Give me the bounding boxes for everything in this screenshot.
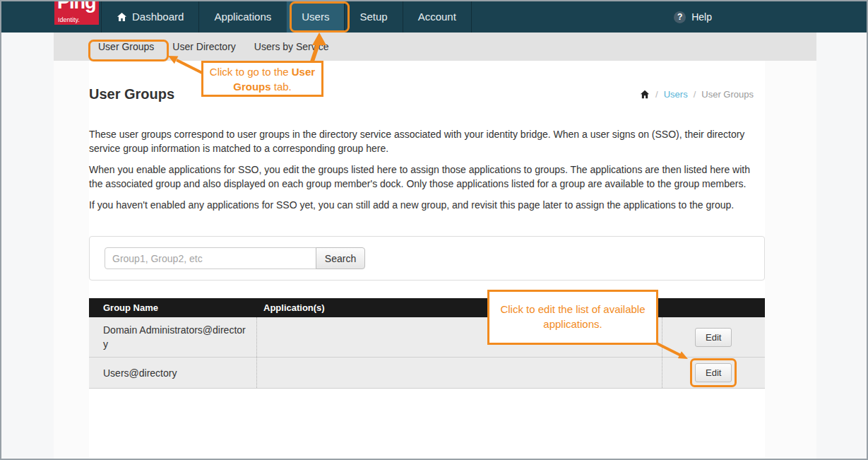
home-icon — [117, 12, 127, 22]
nav-item-label: Users — [302, 1, 329, 33]
search-button[interactable]: Search — [316, 247, 365, 269]
nav-item-label: Applications — [214, 1, 271, 33]
logo-text-identity: Identity. — [58, 16, 80, 23]
nav-item-dashboard[interactable]: Dashboard — [101, 1, 198, 33]
tab-user-directory[interactable]: User Directory — [163, 33, 244, 61]
help-label: Help — [691, 11, 712, 23]
column-header-group-name: Group Name — [89, 298, 256, 317]
callout-line: Click to edit the list of available — [489, 302, 656, 317]
nav-item-label: Dashboard — [132, 1, 184, 33]
column-header-actions — [662, 298, 765, 317]
nav-item-applications[interactable]: Applications — [198, 1, 286, 33]
nav-item-setup[interactable]: Setup — [344, 1, 402, 33]
callout-edit-button: Click to edit the list of available appl… — [487, 290, 658, 345]
callout-line: applications. — [489, 317, 656, 331]
description-paragraph-2: When you enable applications for SSO, yo… — [89, 163, 765, 191]
description-paragraph-1: These user groups correspond to user gro… — [89, 127, 765, 155]
group-name-cell: Domain Administrators@directory — [89, 317, 256, 358]
table-row: Users@directory Edit — [89, 358, 765, 389]
breadcrumb-current: User Groups — [701, 89, 754, 100]
tab-user-groups[interactable]: User Groups — [89, 33, 163, 61]
top-nav: Ping Identity. Dashboard Applications Us… — [1, 1, 867, 33]
tab-users-by-service[interactable]: Users by Service — [245, 33, 338, 61]
group-name-cell: Users@directory — [89, 358, 256, 389]
callout-line: Click to go to the User — [203, 64, 321, 79]
help-button[interactable]: ? Help — [674, 1, 712, 33]
breadcrumb-separator: / — [655, 89, 658, 100]
actions-cell: Edit — [662, 358, 765, 389]
nav-item-label: Account — [418, 1, 456, 33]
edit-button-row-1[interactable]: Edit — [695, 328, 732, 347]
page-title: User Groups — [89, 85, 640, 103]
ping-identity-logo[interactable]: Ping Identity. — [54, 1, 99, 25]
callout-users-tab: Click to go to the User Groups tab. — [201, 61, 323, 97]
content-column: User Groups / Users / User Groups These … — [54, 61, 816, 459]
question-circle-icon: ? — [674, 11, 686, 23]
logo-text-ping: Ping — [57, 1, 96, 13]
app-window: Ping Identity. Dashboard Applications Us… — [0, 0, 868, 460]
nav-item-label: Setup — [359, 1, 387, 33]
search-input[interactable] — [105, 247, 316, 269]
breadcrumb-separator: / — [694, 89, 696, 100]
description-paragraph-3: If you haven't enabled any applications … — [89, 198, 765, 212]
nav-items: Dashboard Applications Users Setup Accou… — [101, 1, 472, 33]
breadcrumb: / Users / User Groups — [640, 89, 754, 100]
table-header-row: Group Name Application(s) — [89, 298, 765, 317]
callout-line: Groups tab. — [203, 79, 321, 94]
breadcrumb-link-users[interactable]: Users — [664, 89, 688, 100]
sub-nav: User Groups User Directory Users by Serv… — [54, 33, 816, 61]
main-container: User Groups / Users / User Groups These … — [89, 61, 765, 459]
page-header: User Groups / Users / User Groups — [89, 85, 765, 103]
nav-item-account[interactable]: Account — [403, 1, 472, 33]
edit-button-row-2[interactable]: Edit — [695, 363, 732, 382]
search-panel: Search — [89, 236, 765, 281]
applications-cell — [256, 358, 662, 389]
home-icon[interactable] — [640, 90, 650, 99]
actions-cell: Edit — [662, 317, 765, 358]
nav-item-users[interactable]: Users — [286, 1, 344, 33]
table-row: Domain Administrators@directory Edit — [89, 317, 765, 358]
groups-table: Group Name Application(s) Domain Adminis… — [89, 298, 765, 389]
